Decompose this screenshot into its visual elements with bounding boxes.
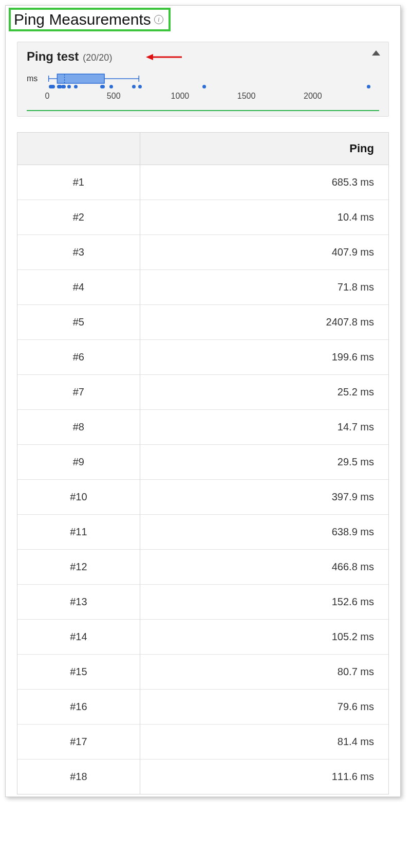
boxplot-chart: ms 0500100015002000	[27, 73, 379, 111]
row-ping-value: 152.6 ms	[140, 585, 388, 620]
row-ping-value: 105.2 ms	[140, 620, 388, 655]
panel-title-highlight: Ping Measurements i	[9, 8, 171, 31]
table-row: #13152.6 ms	[17, 585, 388, 620]
row-ping-value: 79.6 ms	[140, 690, 388, 725]
row-index: #15	[17, 655, 140, 690]
boxplot-svg	[47, 73, 379, 84]
boxplot-points	[47, 84, 379, 89]
row-index: #12	[17, 550, 140, 585]
table-row: #3407.9 ms	[17, 235, 388, 270]
row-index: #2	[17, 200, 140, 235]
row-ping-value: 397.9 ms	[140, 480, 388, 515]
row-index: #16	[17, 690, 140, 725]
row-ping-value: 407.9 ms	[140, 235, 388, 270]
table-row: #725.2 ms	[17, 375, 388, 410]
row-index: #18	[17, 760, 140, 794]
section-divider	[27, 110, 379, 111]
row-index: #17	[17, 725, 140, 760]
row-index: #14	[17, 620, 140, 655]
panel-title: Ping Measurements	[14, 11, 151, 28]
table-row: #6199.6 ms	[17, 340, 388, 375]
data-point	[367, 85, 370, 88]
row-ping-value: 25.2 ms	[140, 375, 388, 410]
table-row: #210.4 ms	[17, 200, 388, 235]
data-point	[132, 85, 136, 88]
row-ping-value: 71.8 ms	[140, 270, 388, 305]
info-icon[interactable]: i	[154, 15, 163, 24]
row-ping-value: 466.8 ms	[140, 550, 388, 585]
row-index: #7	[17, 375, 140, 410]
row-index: #10	[17, 480, 140, 515]
row-ping-value: 638.9 ms	[140, 515, 388, 550]
row-ping-value: 685.3 ms	[140, 165, 388, 200]
table-header-index	[17, 133, 140, 165]
table-row: #1580.7 ms	[17, 655, 388, 690]
data-point	[138, 85, 142, 88]
data-point	[51, 85, 55, 88]
data-point	[101, 85, 105, 88]
unit-label: ms	[27, 74, 44, 83]
row-index: #8	[17, 410, 140, 445]
row-ping-value: 29.5 ms	[140, 445, 388, 480]
table-row: #929.5 ms	[17, 445, 388, 480]
row-index: #6	[17, 340, 140, 375]
row-ping-value: 2407.8 ms	[140, 305, 388, 340]
row-index: #3	[17, 235, 140, 270]
section-header[interactable]: Ping test (20/20)	[27, 49, 379, 64]
row-ping-value: 81.4 ms	[140, 725, 388, 760]
table-row: #18111.6 ms	[17, 760, 388, 794]
table-row: #1685.3 ms	[17, 165, 388, 200]
row-ping-value: 111.6 ms	[140, 760, 388, 794]
data-point	[67, 85, 71, 88]
table-row: #814.7 ms	[17, 410, 388, 445]
ping-table: Ping #1685.3 ms#210.4 ms#3407.9 ms#471.8…	[17, 132, 389, 794]
row-ping-value: 199.6 ms	[140, 340, 388, 375]
section-count: (20/20)	[83, 52, 112, 63]
data-point	[74, 85, 78, 88]
collapse-icon[interactable]	[372, 50, 380, 56]
axis-tick: 1000	[171, 92, 190, 101]
table-row: #471.8 ms	[17, 270, 388, 305]
axis-tick: 500	[107, 92, 121, 101]
boxplot-axis: 0500100015002000	[47, 91, 379, 105]
table-row: #10397.9 ms	[17, 480, 388, 515]
row-index: #9	[17, 445, 140, 480]
ping-measurements-panel: Ping Measurements i Ping test (20/20) ms…	[5, 5, 401, 797]
row-index: #5	[17, 305, 140, 340]
panel-header: Ping Measurements i	[6, 6, 400, 32]
table-header-row: Ping	[17, 133, 388, 165]
axis-tick: 0	[45, 92, 50, 101]
axis-tick: 1500	[237, 92, 256, 101]
data-point	[202, 85, 206, 88]
row-index: #1	[17, 165, 140, 200]
axis-tick: 2000	[304, 92, 322, 101]
data-point	[109, 85, 113, 88]
table-header-ping: Ping	[140, 133, 388, 165]
table-row: #12466.8 ms	[17, 550, 388, 585]
row-ping-value: 10.4 ms	[140, 200, 388, 235]
table-row: #1679.6 ms	[17, 690, 388, 725]
ping-test-section: Ping test (20/20) ms 0500100015002000	[17, 42, 389, 117]
row-index: #4	[17, 270, 140, 305]
section-title: Ping test	[27, 49, 79, 64]
data-point	[62, 85, 66, 88]
row-index: #11	[17, 515, 140, 550]
row-ping-value: 80.7 ms	[140, 655, 388, 690]
row-index: #13	[17, 585, 140, 620]
row-ping-value: 14.7 ms	[140, 410, 388, 445]
table-row: #52407.8 ms	[17, 305, 388, 340]
table-row: #11638.9 ms	[17, 515, 388, 550]
table-row: #14105.2 ms	[17, 620, 388, 655]
table-row: #1781.4 ms	[17, 725, 388, 760]
